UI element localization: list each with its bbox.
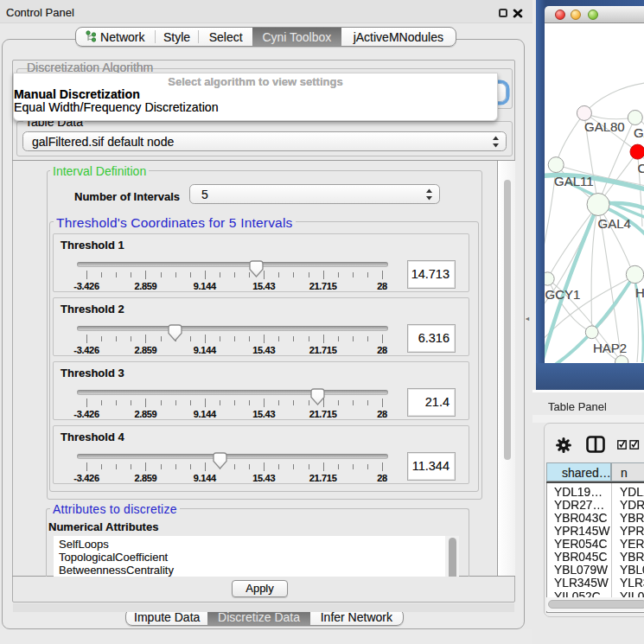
svg-text:GAL80: GAL80 [584, 119, 625, 134]
svg-text:GAL11: GAL11 [554, 174, 594, 188]
svg-text:C: C [637, 161, 644, 175]
svg-text:H: H [635, 285, 644, 300]
svg-text:GAL4: GAL4 [597, 216, 630, 231]
svg-text:GCY1: GCY1 [545, 287, 580, 302]
svg-text:HAP2: HAP2 [593, 341, 627, 355]
svg-text:GA: GA [634, 125, 644, 140]
